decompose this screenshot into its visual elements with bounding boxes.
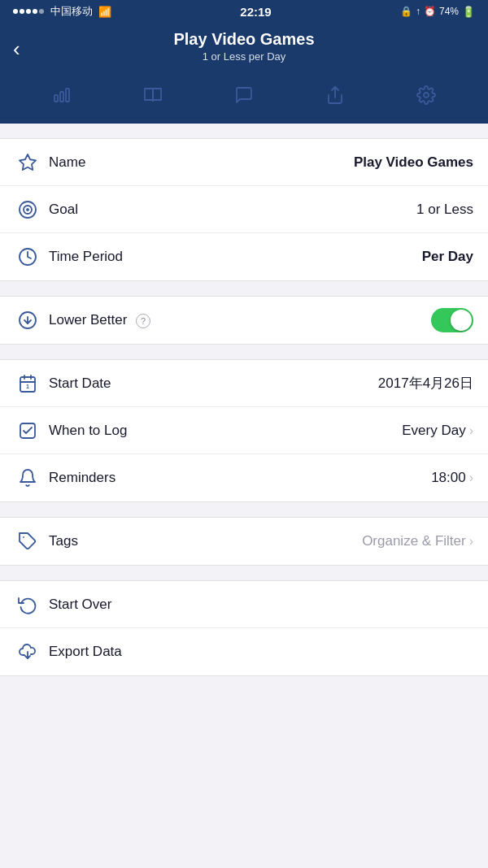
tags-label: Tags [49, 533, 362, 549]
status-left: 中国移动 📶 [13, 4, 111, 19]
chart-icon[interactable] [46, 82, 78, 113]
name-value: Play Video Games [354, 154, 473, 171]
alarm-icon: ⏰ [424, 6, 436, 17]
book-icon[interactable] [137, 82, 169, 113]
section-gap-4 [0, 502, 488, 517]
cloud-icon [15, 642, 41, 662]
section-gap-1 [0, 124, 488, 138]
lower-better-label: Lower Better ? [49, 312, 431, 328]
location-icon: ↑ [416, 6, 420, 17]
restart-icon [15, 595, 41, 614]
target-icon [15, 200, 41, 219]
svg-point-4 [424, 93, 429, 98]
start-date-value: 2017年4月26日 [378, 374, 473, 393]
svg-point-8 [27, 209, 28, 210]
calendar-icon: 1 [15, 374, 41, 393]
name-label: Name [49, 154, 354, 171]
lower-better-icon [15, 310, 41, 330]
start-date-row[interactable]: 1 Start Date 2017年4月26日 [0, 360, 488, 407]
tag-icon [15, 532, 41, 551]
svg-marker-5 [20, 154, 36, 170]
lower-better-text: Lower Better [49, 312, 127, 328]
star-icon [15, 153, 41, 172]
checkbox-icon [15, 421, 41, 441]
bell-icon [15, 468, 41, 488]
time-period-label: Time Period [49, 249, 422, 265]
start-over-label: Start Over [49, 597, 473, 613]
battery-icon: 🔋 [462, 6, 475, 18]
lower-better-toggle-wrap[interactable] [431, 308, 473, 332]
reminders-row[interactable]: Reminders 18:00 › [0, 454, 488, 501]
tags-row[interactable]: Tags Organize & Filter › [0, 518, 488, 565]
svg-rect-2 [66, 89, 69, 102]
lower-better-help[interactable]: ? [136, 314, 150, 328]
page-header: ‹ Play Video Games 1 or Less per Day [0, 23, 488, 74]
settings-icon[interactable] [410, 82, 442, 113]
schedule-settings-group: 1 Start Date 2017年4月26日 When to Log Ever… [0, 359, 488, 502]
share-icon[interactable] [319, 82, 351, 113]
clock-icon [15, 247, 41, 267]
name-row[interactable]: Name Play Video Games [0, 139, 488, 186]
svg-text:1: 1 [26, 384, 29, 389]
start-over-row[interactable]: Start Over [0, 581, 488, 628]
page-title: Play Video Games [41, 29, 447, 49]
back-button[interactable]: ‹ [13, 38, 20, 59]
section-gap-2 [0, 281, 488, 296]
time-period-row[interactable]: Time Period Per Day [0, 233, 488, 280]
when-to-log-label: When to Log [49, 423, 402, 439]
time-period-value: Per Day [422, 249, 473, 265]
status-time: 22:19 [240, 5, 271, 19]
lower-better-row[interactable]: Lower Better ? [0, 297, 488, 344]
export-data-label: Export Data [49, 644, 473, 660]
reminders-chevron: › [469, 471, 473, 485]
reminders-value: 18:00 [431, 470, 466, 486]
basic-settings-group: Name Play Video Games Goal 1 or Less Tim… [0, 138, 488, 281]
goal-value: 1 or Less [416, 202, 473, 218]
when-to-log-value: Every Day [402, 423, 465, 439]
wifi-icon: 📶 [98, 6, 111, 18]
when-to-log-row[interactable]: When to Log Every Day › [0, 407, 488, 454]
goal-row[interactable]: Goal 1 or Less [0, 186, 488, 233]
tags-chevron: › [469, 534, 473, 549]
tags-value: Organize & Filter [362, 533, 466, 549]
status-right: 🔒 ↑ ⏰ 74% 🔋 [400, 6, 475, 18]
when-to-log-chevron: › [469, 423, 473, 438]
svg-rect-0 [54, 95, 58, 102]
toolbar [0, 74, 488, 124]
chat-icon[interactable] [228, 82, 260, 113]
svg-rect-1 [60, 92, 63, 102]
section-gap-5 [0, 566, 488, 580]
lower-better-group: Lower Better ? [0, 296, 488, 345]
toggle-knob [451, 310, 472, 331]
goal-label: Goal [49, 202, 416, 218]
start-date-label: Start Date [49, 375, 378, 392]
section-gap-3 [0, 345, 488, 359]
actions-group: Start Over Export Data [0, 580, 488, 676]
tags-group: Tags Organize & Filter › [0, 517, 488, 566]
lower-better-toggle[interactable] [431, 308, 473, 332]
signal-dots [13, 9, 44, 14]
battery-label: 74% [439, 6, 459, 17]
carrier-label: 中国移动 [50, 4, 93, 19]
lock-icon: 🔒 [400, 6, 412, 17]
reminders-label: Reminders [49, 470, 431, 486]
page-subtitle: 1 or Less per Day [41, 50, 447, 63]
status-bar: 中国移动 📶 22:19 🔒 ↑ ⏰ 74% 🔋 [0, 0, 488, 23]
export-data-row[interactable]: Export Data [0, 628, 488, 675]
